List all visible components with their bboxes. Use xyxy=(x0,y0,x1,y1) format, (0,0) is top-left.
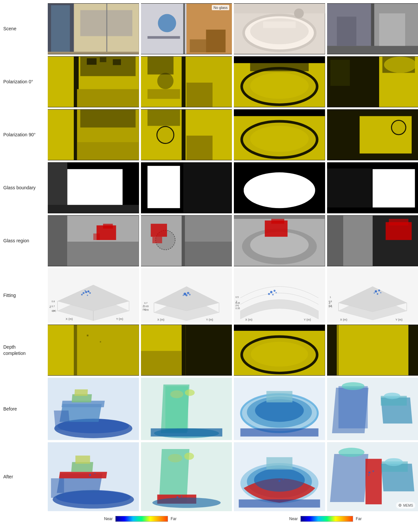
svg-rect-50 xyxy=(234,57,325,63)
before-img-4 xyxy=(327,378,418,440)
svg-text:1: 1 xyxy=(329,296,331,298)
svg-point-20 xyxy=(294,9,304,18)
scene-label: Scene xyxy=(0,26,48,32)
after-img-3 xyxy=(234,442,325,511)
svg-rect-188 xyxy=(185,325,232,375)
svg-point-259 xyxy=(338,448,364,457)
gb-images xyxy=(48,162,418,213)
svg-point-153 xyxy=(270,291,272,293)
svg-point-245 xyxy=(181,495,182,497)
dc-row: Depth completion xyxy=(0,325,418,376)
svg-point-75 xyxy=(391,120,405,135)
gr-img-1 xyxy=(48,215,139,266)
svg-rect-27 xyxy=(337,16,356,46)
svg-rect-219 xyxy=(240,428,319,437)
svg-point-226 xyxy=(342,382,364,390)
svg-rect-43 xyxy=(147,89,180,99)
fitting-row: Fitting xyxy=(0,268,418,323)
svg-point-241 xyxy=(152,497,220,508)
svg-text:0.45: 0.45 xyxy=(236,302,240,304)
after-img-2 xyxy=(141,442,232,511)
main-container: Scene xyxy=(0,0,418,526)
svg-rect-29 xyxy=(48,57,77,107)
dc-img-3 xyxy=(234,325,325,376)
svg-rect-65 xyxy=(147,110,180,126)
svg-rect-12 xyxy=(147,36,180,39)
scene-img-4 xyxy=(327,3,418,54)
gr-label: Glass region xyxy=(0,238,48,244)
after-row: After xyxy=(0,442,418,511)
gb-img-4 xyxy=(327,162,418,213)
svg-rect-223 xyxy=(338,386,368,428)
svg-point-141 xyxy=(187,292,189,294)
svg-point-124 xyxy=(85,291,87,293)
colorbar-gradient-right xyxy=(300,516,353,522)
svg-rect-234 xyxy=(75,456,90,464)
svg-rect-86 xyxy=(234,163,244,213)
svg-rect-95 xyxy=(48,216,67,266)
svg-rect-198 xyxy=(337,325,338,375)
svg-text:X (m): X (m) xyxy=(66,317,73,321)
svg-rect-41 xyxy=(147,57,173,74)
gr-img-3 xyxy=(234,215,325,266)
svg-rect-87 xyxy=(315,163,325,213)
svg-text:Y (m): Y (m) xyxy=(116,317,123,321)
svg-point-128 xyxy=(85,290,86,291)
fit-img-2: Z (m) X (m) Y (m) 0.7 0.65 0.55 xyxy=(141,268,232,323)
scene-row: Scene xyxy=(0,3,418,54)
after-img-1 xyxy=(48,442,139,511)
colorbar-group-right: Near Far xyxy=(289,516,362,522)
svg-rect-25 xyxy=(327,46,418,54)
svg-rect-104 xyxy=(151,224,167,237)
gr-img-2 xyxy=(141,215,232,266)
fit-img-3: Z (m) X (m) Y (m) 0.5 0.45 0.35 xyxy=(234,268,325,323)
svg-rect-232 xyxy=(59,472,107,478)
svg-text:X (m): X (m) xyxy=(245,318,253,321)
svg-rect-61 xyxy=(80,110,136,127)
svg-point-212 xyxy=(185,389,195,396)
pol0-img-4 xyxy=(327,56,418,107)
svg-text:Z: Z xyxy=(49,305,51,308)
svg-rect-235 xyxy=(51,478,64,498)
gb-row: Glass boundary xyxy=(0,162,418,213)
svg-point-169 xyxy=(378,289,380,291)
svg-text:0.55: 0.55 xyxy=(144,309,149,311)
before-images xyxy=(48,378,418,440)
svg-text:0.8: 0.8 xyxy=(328,305,332,307)
svg-rect-18 xyxy=(234,4,325,13)
svg-rect-40 xyxy=(181,57,185,107)
before-img-2 xyxy=(141,378,232,440)
svg-rect-62 xyxy=(77,142,139,160)
after-images: ⚙ MEMS xyxy=(48,442,418,511)
pol90-img-1 xyxy=(48,109,139,160)
pol90-img-4 xyxy=(327,109,418,160)
svg-rect-184 xyxy=(87,335,89,336)
svg-rect-255 xyxy=(330,454,368,502)
pol0-images xyxy=(48,56,418,107)
svg-rect-14 xyxy=(206,30,225,52)
svg-point-70 xyxy=(250,126,309,152)
svg-rect-35 xyxy=(80,57,136,76)
svg-point-260 xyxy=(384,458,403,466)
svg-rect-67 xyxy=(186,136,212,160)
svg-rect-19 xyxy=(263,21,296,28)
svg-rect-106 xyxy=(181,216,185,266)
pol0-row: Polarization 0° xyxy=(0,56,418,107)
fitting-label: Fitting xyxy=(0,292,48,298)
svg-rect-197 xyxy=(327,325,336,375)
svg-point-217 xyxy=(255,399,304,422)
svg-point-261 xyxy=(368,471,370,473)
svg-rect-93 xyxy=(327,207,418,213)
svg-text:X (m): X (m) xyxy=(157,318,164,321)
svg-point-211 xyxy=(170,390,183,398)
svg-point-42 xyxy=(157,73,173,89)
svg-text:0.35: 0.35 xyxy=(236,307,240,309)
svg-point-168 xyxy=(375,290,377,293)
svg-point-157 xyxy=(275,292,277,293)
svg-rect-36 xyxy=(77,89,139,107)
svg-rect-91 xyxy=(327,163,372,213)
svg-rect-80 xyxy=(48,205,139,213)
before-row: Before xyxy=(0,378,418,440)
far-label-left: Far xyxy=(171,517,177,521)
svg-text:0.8: 0.8 xyxy=(52,300,55,303)
